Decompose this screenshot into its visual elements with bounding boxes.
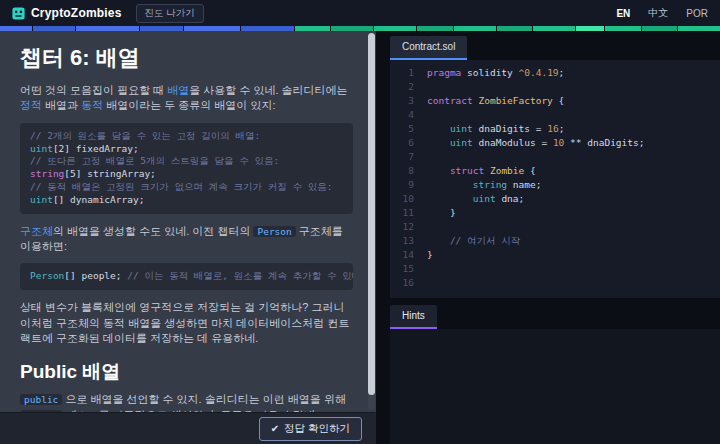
- tab-contract-sol[interactable]: Contract.sol: [390, 36, 467, 60]
- answer-bar: ✔ 정답 확인하기: [0, 412, 376, 444]
- checkmark-icon: ✔: [271, 423, 279, 434]
- check-answer-button[interactable]: ✔ 정답 확인하기: [259, 417, 362, 441]
- app-root: CryptoZombies 진도 나가기 EN 中文 POR 챕터 6: 배열 …: [0, 0, 720, 444]
- check-answer-label: 정답 확인하기: [284, 422, 350, 436]
- logo[interactable]: CryptoZombies: [12, 6, 122, 20]
- progress-exit-button[interactable]: 진도 나가기: [136, 4, 204, 23]
- top-nav: CryptoZombies 진도 나가기 EN 中文 POR: [0, 0, 720, 26]
- language-switcher: EN 中文 POR: [616, 6, 708, 20]
- lang-en[interactable]: EN: [616, 8, 630, 19]
- hints-panel: [390, 329, 720, 444]
- lesson-scrollbar-thumb[interactable]: [368, 33, 375, 395]
- editor-tabbar: Contract.sol: [390, 36, 720, 60]
- lang-zh[interactable]: 中文: [648, 6, 668, 20]
- lesson-code-struct-array: Person[] people; // 이는 동적 배열로, 원소를 계속 추가…: [20, 263, 353, 290]
- cryptozombies-logo-icon: [12, 7, 25, 20]
- lesson-code-array-types: // 2개의 원소를 담을 수 있는 고정 길이의 배열:uint[2] fix…: [20, 123, 353, 214]
- hints-tabbar: Hints: [390, 305, 720, 329]
- lesson-paragraph-public: public 으로 배열을 선언할 수 있지. 솔리디티는 이런 배열을 위해 …: [20, 392, 353, 412]
- logo-text: CryptoZombies: [31, 6, 122, 20]
- main-area: 챕터 6: 배열 어떤 것의 모음집이 필요할 때 배열을 사용할 수 있네. …: [0, 31, 720, 444]
- section-heading-public-arrays: Public 배열: [20, 359, 353, 385]
- lesson-panel: 챕터 6: 배열 어떤 것의 모음집이 필요할 때 배열을 사용할 수 있네. …: [0, 31, 376, 444]
- lang-pt[interactable]: POR: [686, 8, 708, 19]
- tab-hints[interactable]: Hints: [390, 305, 437, 329]
- lesson-paragraph-struct-array: 구조체의 배열을 생성할 수도 있네. 이전 챕터의 Person 구조체를 이…: [20, 224, 353, 255]
- solidity-editor[interactable]: 1pragma solidity ^0.4.19;2 3contract Zom…: [390, 60, 720, 298]
- lesson-paragraph-intro: 어떤 것의 모음집이 필요할 때 배열을 사용할 수 있네. 솔리디티에는 정적…: [20, 83, 353, 114]
- lesson-scrollbar[interactable]: [368, 33, 375, 410]
- lesson-content: 챕터 6: 배열 어떤 것의 모음집이 필요할 때 배열을 사용할 수 있네. …: [0, 31, 367, 412]
- chapter-title: 챕터 6: 배열: [20, 43, 353, 73]
- lesson-paragraph-state-vars: 상태 변수가 블록체인에 영구적으로 저장되는 걸 기억하나? 그러니 이처럼 …: [20, 300, 353, 346]
- editor-panel: Contract.sol 1pragma solidity ^0.4.19;2 …: [376, 31, 720, 444]
